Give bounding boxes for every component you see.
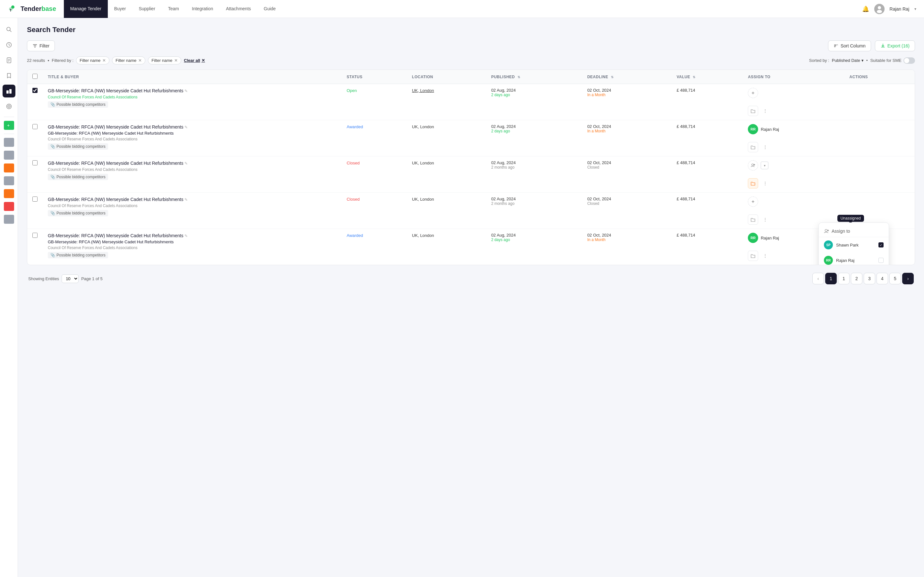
filter-tag-1-close-icon[interactable]: ✕	[102, 58, 106, 63]
sidebar-folder-orange2[interactable]	[4, 189, 14, 198]
row-3-folder-btn[interactable]	[748, 178, 758, 189]
nav-attachments[interactable]: Attachments	[220, 0, 257, 18]
row-1-location-cell: UK, London	[407, 84, 486, 120]
col-header-published[interactable]: PUBLISHED ⇅	[486, 70, 582, 84]
row-2-folder-btn[interactable]	[748, 142, 758, 152]
sidebar-folder-gray2[interactable]	[4, 151, 14, 160]
row-1-location[interactable]: UK, London	[412, 88, 434, 93]
row-4-checkbox[interactable]	[32, 197, 37, 201]
export-button[interactable]: Export (16)	[875, 40, 915, 51]
sorted-by-value[interactable]: Published Date ▾	[832, 58, 864, 63]
sme-toggle[interactable]: Suitable for SME	[870, 57, 915, 64]
select-all-checkbox[interactable]	[32, 74, 37, 79]
pagination-page-3[interactable]: 3	[864, 273, 875, 284]
filter-tag-2[interactable]: Filter name ✕	[112, 56, 145, 64]
row-3-checkbox[interactable]	[32, 160, 37, 165]
member-rajan-checkbox[interactable]	[879, 258, 884, 263]
sidebar-item-bookmarks[interactable]	[3, 69, 15, 82]
row-1-more-btn[interactable]: ⋮	[761, 106, 770, 115]
sorted-by-chevron-icon[interactable]: ▾	[861, 58, 864, 63]
row-2-edit-icon[interactable]: ✎	[184, 125, 188, 129]
row-3-more-btn[interactable]: ⋮	[761, 179, 770, 188]
pagination-prev-button[interactable]: ‹	[813, 273, 824, 284]
member-shawn-avatar: SP	[824, 240, 833, 250]
row-4-assign-add[interactable]	[748, 197, 758, 207]
row-4-folder-btn[interactable]	[748, 214, 758, 225]
table-row: GB-Merseyside: RFCA (NW) Merseyside Cade…	[27, 120, 915, 156]
toggle-knob	[904, 58, 909, 63]
sidebar-folder-add[interactable]: +	[4, 121, 14, 130]
user-menu-chevron-icon[interactable]: ▾	[914, 7, 916, 11]
col-header-deadline[interactable]: DEADLINE ⇅	[582, 70, 672, 84]
nav-manage-tender[interactable]: Manage Tender	[64, 0, 108, 18]
per-page-select[interactable]: 10 25 50	[61, 274, 79, 283]
sidebar-folder-gray3[interactable]	[4, 176, 14, 185]
row-4-more-btn[interactable]: ⋮	[761, 215, 770, 224]
pagination-page-4[interactable]: 4	[877, 273, 888, 284]
row-5-title-cell: GB-Merseyside: RFCA (NW) Merseyside Cade…	[43, 229, 341, 265]
pagination-page-5[interactable]: 5	[889, 273, 901, 284]
assign-member-shawn[interactable]: SP Shawn Park ✓	[819, 237, 889, 253]
row-3-assign-dropdown-btn[interactable]: ▾	[761, 161, 768, 169]
filter-button[interactable]: Filter	[27, 40, 55, 51]
sidebar-folder-gray4[interactable]	[4, 215, 14, 224]
sme-toggle-switch[interactable]	[903, 57, 915, 64]
notification-bell-icon[interactable]: 🔔	[862, 5, 869, 13]
row-4-competitors[interactable]: 📎 Possible bidding competitors	[48, 210, 108, 216]
row-1-assign-add[interactable]	[748, 88, 758, 98]
row-3-assign-add[interactable]	[748, 160, 758, 171]
filter-tag-3-close-icon[interactable]: ✕	[174, 58, 178, 63]
nav-team[interactable]: Team	[162, 0, 186, 18]
svg-point-2	[11, 5, 15, 9]
row-2-competitors[interactable]: 📎 Possible bidding competitors	[48, 143, 108, 150]
row-5-more-btn[interactable]: ⋮	[761, 251, 770, 260]
assign-member-rajan[interactable]: RR Rajan Raj	[819, 253, 889, 265]
row-2-title: GB-Merseyside: RFCA (NW) Merseyside Cade…	[48, 124, 336, 131]
logo-text-base: base	[41, 5, 56, 12]
row-5-checkbox[interactable]	[32, 233, 37, 238]
row-1-folder-btn[interactable]	[748, 106, 758, 116]
sidebar-item-active[interactable]	[3, 85, 15, 97]
clear-all-x-icon[interactable]: ✕	[202, 58, 205, 63]
filter-tag-3[interactable]: Filter name ✕	[148, 56, 181, 64]
nav-supplier[interactable]: Supplier	[132, 0, 162, 18]
pagination-page-1-dup[interactable]: 1	[838, 273, 850, 284]
filter-tag-2-close-icon[interactable]: ✕	[138, 58, 142, 63]
user-name-label: Rajan Raj	[890, 6, 909, 11]
member-shawn-checkbox[interactable]: ✓	[879, 242, 884, 247]
col-header-value[interactable]: VALUE ⇅	[672, 70, 743, 84]
row-1-checkbox[interactable]	[32, 88, 37, 93]
row-4-edit-icon[interactable]: ✎	[184, 197, 188, 202]
nav-guide[interactable]: Guide	[257, 0, 282, 18]
nav-integration[interactable]: Integration	[186, 0, 220, 18]
sidebar-item-history[interactable]	[3, 39, 15, 51]
sidebar-item-documents[interactable]	[3, 54, 15, 67]
row-5-edit-icon[interactable]: ✎	[184, 234, 188, 238]
clear-all-button[interactable]: Clear all ✕	[184, 58, 205, 63]
logo[interactable]: T Tenderbase	[8, 4, 56, 14]
row-5-folder-btn[interactable]	[748, 251, 758, 261]
sidebar-folder-gray[interactable]	[4, 138, 14, 147]
row-2-checkbox[interactable]	[32, 124, 37, 129]
filter-tag-1[interactable]: Filter name ✕	[76, 56, 110, 64]
row-3-deadline-cell: 02 Oct, 2024Closed	[582, 156, 672, 193]
row-3-title: GB-Merseyside: RFCA (NW) Merseyside Cade…	[48, 160, 336, 167]
sidebar-folder-red[interactable]	[4, 202, 14, 211]
row-1-competitors[interactable]: 📎 Possible bidding competitors	[48, 101, 108, 108]
row-1-edit-icon[interactable]: ✎	[184, 89, 188, 93]
sidebar-item-targets[interactable]	[3, 100, 15, 113]
row-1-status-cell: Open	[341, 84, 407, 120]
nav-buyer[interactable]: Buyer	[108, 0, 132, 18]
row-1-actions-cell: ⋮	[743, 102, 844, 120]
sort-column-button[interactable]: Sort Column	[828, 40, 871, 51]
row-5-competitors[interactable]: 📎 Possible bidding competitors	[48, 252, 108, 258]
pagination-page-2[interactable]: 2	[851, 273, 863, 284]
row-2-more-btn[interactable]: ⋮	[761, 143, 770, 152]
sidebar-folder-orange[interactable]	[4, 163, 14, 172]
row-3-competitors[interactable]: 📎 Possible bidding competitors	[48, 174, 108, 180]
pagination-page-1[interactable]: 1	[825, 273, 837, 284]
pagination-next-button[interactable]: ›	[902, 273, 914, 284]
sidebar-item-search[interactable]	[3, 23, 15, 36]
row-3-edit-icon[interactable]: ✎	[184, 161, 188, 166]
pagination-row: Showing Entities 10 25 50 Page 1 of 5 ‹ …	[27, 268, 915, 290]
